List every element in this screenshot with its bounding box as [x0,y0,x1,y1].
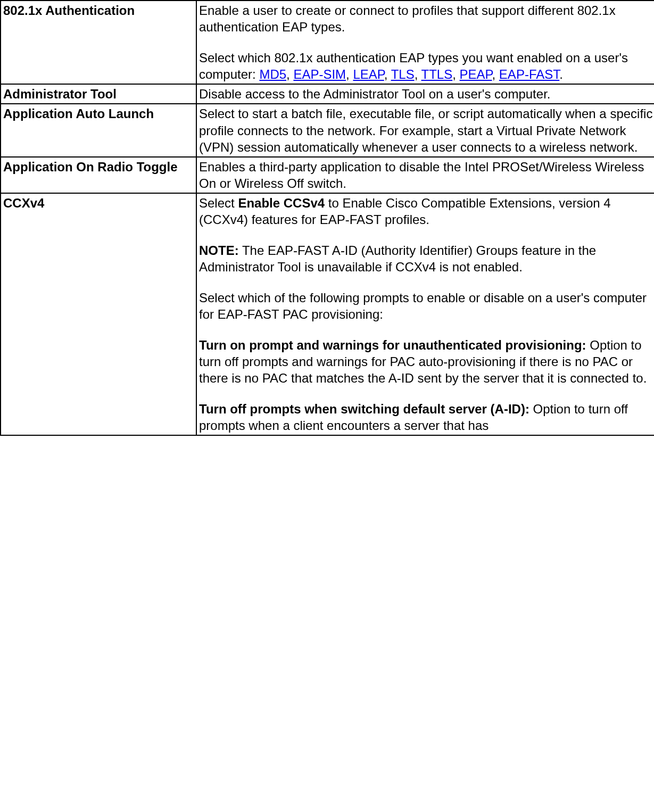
text-bold: Enable CCSv4 [238,196,325,210]
link-tls[interactable]: TLS [391,67,415,81]
row-description: Select Enable CCSv4 to Enable Cisco Comp… [196,193,654,435]
note-label: NOTE: [199,243,239,258]
link-leap[interactable]: LEAP [353,67,384,81]
text: , [286,67,293,81]
text: , [346,67,353,81]
table-row: Application Auto Launch Select to start … [1,104,654,157]
table-row: CCXv4 Select Enable CCSv4 to Enable Cisc… [1,193,654,435]
text: Disable access to the Administrator Tool… [199,87,550,101]
row-description: Enables a third-party application to dis… [196,157,654,193]
link-md5[interactable]: MD5 [259,67,286,81]
option-label: Turn off prompts when switching default … [199,402,529,416]
link-eap-sim[interactable]: EAP-SIM [293,67,346,81]
row-description: Enable a user to create or connect to pr… [196,1,654,84]
table-row: Administrator Tool Disable access to the… [1,84,654,104]
text: , [415,67,421,81]
text: Select to start a batch file, executable… [199,106,652,154]
text: . [559,67,563,81]
table-row: 802.1x Authentication Enable a user to c… [1,1,654,84]
table-row: Application On Radio Toggle Enables a th… [1,157,654,193]
row-label: Application On Radio Toggle [1,157,196,193]
link-eap-fast[interactable]: EAP-FAST [499,67,559,81]
link-ttls[interactable]: TTLS [421,67,453,81]
row-description: Select to start a batch file, executable… [196,104,654,157]
row-description: Disable access to the Administrator Tool… [196,84,654,104]
row-label: CCXv4 [1,193,196,435]
link-peap[interactable]: PEAP [460,67,492,81]
settings-table: 802.1x Authentication Enable a user to c… [0,0,654,436]
text: The EAP-FAST A-ID (Authority Identifier)… [199,243,596,274]
text: Select which of the following prompts to… [199,291,647,321]
row-label: 802.1x Authentication [1,1,196,84]
row-label: Application Auto Launch [1,104,196,157]
row-label: Administrator Tool [1,84,196,104]
text: , [452,67,459,81]
text: , [384,67,391,81]
text: Select [199,196,238,210]
option-label: Turn on prompt and warnings for unauthen… [199,338,586,352]
text: Enables a third-party application to dis… [199,160,644,190]
text: , [492,67,499,81]
text: Enable a user to create or connect to pr… [199,3,616,34]
